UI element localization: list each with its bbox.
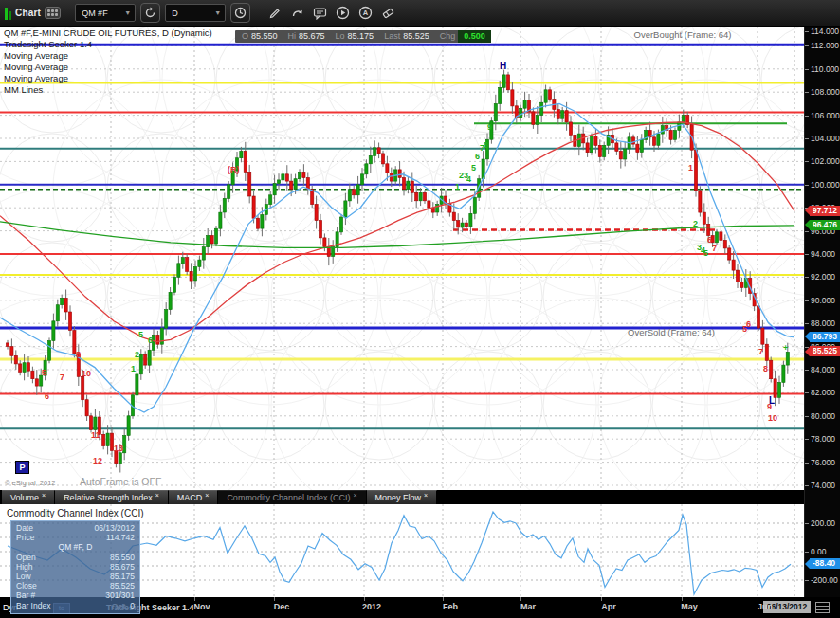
price-tick-mark [805, 116, 809, 117]
month-tick-mark [194, 597, 195, 601]
interval-select[interactable]: D ▼ [165, 4, 226, 22]
price-tick-mark [805, 277, 809, 278]
price-tick-mark [805, 416, 809, 417]
ma-blue [0, 103, 794, 412]
legend-row-4: Moving Average [4, 73, 212, 84]
svg-text:6: 6 [45, 391, 49, 401]
month-label-mar: Mar [512, 602, 544, 611]
draw-tool-button[interactable] [265, 4, 283, 22]
symbol-refresh-button[interactable] [140, 3, 160, 23]
quote-segment-last: Last85.525 [377, 30, 433, 43]
databox-label: Open [16, 553, 36, 562]
tab-label: Relative Strength Index [64, 493, 153, 502]
svg-text:8: 8 [76, 350, 81, 359]
eraser-icon [381, 7, 395, 20]
tab-close-icon[interactable]: × [155, 492, 159, 499]
redo-tool-button[interactable] [288, 4, 306, 22]
databox-value: 0 [130, 601, 135, 610]
tab-close-icon[interactable]: × [353, 492, 356, 499]
quote-window-button[interactable] [311, 4, 329, 22]
eraser-button[interactable] [379, 4, 397, 22]
cci-tick-label: -200.00 [811, 575, 838, 585]
month-tick-mark [758, 597, 758, 601]
svg-text:10: 10 [768, 413, 777, 423]
autoframe-status: AutoFrame is OFF [80, 476, 161, 487]
quote-summary-bar: O85.550Hi85.675Lo85.175Last85.525Chg0.50… [235, 30, 491, 43]
svg-text:1: 1 [455, 182, 460, 191]
price-badge-86.793: 86.793 [805, 332, 840, 342]
svg-text:1: 1 [688, 163, 693, 173]
svg-text:5: 5 [703, 248, 708, 258]
svg-text:6: 6 [746, 319, 751, 329]
price-tick-mark [805, 323, 809, 324]
quote-value: 85.175 [348, 30, 378, 43]
main-price-chart[interactable]: 5678101112131256(R)123456789H12345675678… [0, 27, 804, 490]
autotrade-button[interactable]: A [356, 4, 374, 22]
price-tick-mark [805, 370, 809, 371]
toolbar: Chart QM #F ▼ D ▼ [0, 0, 840, 27]
tab-relative-strength-index[interactable]: Relative Strength Index× [55, 490, 169, 504]
quote-segment-chg: Chg0.500 [433, 30, 491, 43]
legend-row-2: Moving Average [4, 50, 212, 62]
refresh-icon [144, 7, 156, 19]
quote-label: Chg [433, 30, 459, 43]
pencil-icon [268, 7, 282, 20]
price-tick-label: 80.000 [811, 411, 835, 421]
tab-close-icon[interactable]: × [42, 492, 46, 499]
databox-label: Bar # [16, 591, 35, 600]
month-tick-mark [274, 597, 275, 601]
tab-close-icon[interactable]: × [205, 492, 209, 499]
price-tick-label: 76.000 [811, 458, 835, 467]
calendar-corner-icon[interactable] [815, 602, 830, 613]
candlestick-plot[interactable]: 5678101112131256(R)123456789H12345675678… [0, 27, 804, 490]
data-window-tooltip: Date06/13/2012Price114.742QM #F, DOpen85… [10, 520, 140, 614]
price-badge-85.525: 85.525 [805, 346, 840, 356]
tab-close-icon[interactable]: × [424, 492, 428, 499]
databox-value: 85.550 [110, 553, 135, 562]
cci-tick-mark [805, 552, 809, 553]
quote-value: 85.550 [251, 30, 282, 43]
chart-grid-badge-icon[interactable] [45, 7, 61, 19]
databox-row: High85.675 [16, 562, 135, 572]
price-tick-mark [805, 231, 809, 232]
replay-button[interactable] [334, 4, 352, 22]
tab-label: Money Flow [375, 493, 422, 502]
tab-money-flow[interactable]: Money Flow× [367, 490, 438, 504]
price-badge-96.476: 96.476 [805, 220, 840, 230]
tab-macd[interactable]: MACD× [169, 490, 219, 504]
tab-label: MACD [177, 493, 203, 502]
price-badge-97.712: 97.712 [805, 206, 840, 216]
price-axis[interactable]: 74.00076.00078.00080.00082.00084.00086.0… [804, 27, 840, 618]
databox-symbol: QM #F, D [16, 542, 135, 552]
price-tick-mark [805, 69, 809, 70]
svg-text:(R): (R) [228, 165, 240, 174]
databox-label: Low [16, 572, 31, 581]
price-tick-mark [805, 185, 809, 186]
svg-text:11: 11 [91, 430, 100, 440]
price-tick-label: 104.000 [811, 134, 840, 143]
month-tick-mark [601, 597, 602, 601]
tab-volume[interactable]: Volume× [2, 490, 55, 504]
page-badge[interactable]: P [15, 461, 29, 474]
databox-row: Bar #301/301 [16, 591, 135, 600]
quote-value: 85.525 [403, 30, 433, 43]
chart-app-icon [5, 7, 11, 20]
time-template-button[interactable] [230, 3, 250, 23]
svg-text:2: 2 [693, 219, 698, 228]
month-tick-mark [682, 597, 683, 601]
month-label-2012: 2012 [356, 602, 388, 611]
price-tick-mark [805, 138, 809, 139]
databox-row: Bar Index0 [16, 601, 135, 610]
symbol-select[interactable]: QM #F ▼ [75, 4, 136, 22]
tab-commodity-channel-index-cci-[interactable]: Commodity Channel Index (CCI)× [218, 490, 366, 504]
copyright-label: © eSignal, 2012 [5, 479, 55, 487]
svg-text:13: 13 [114, 444, 123, 453]
month-tick-mark [364, 597, 365, 601]
svg-text:5: 5 [471, 163, 476, 173]
quote-segment-o: O85.550 [235, 30, 282, 43]
price-tick-mark [805, 254, 809, 255]
cci-value-badge: -88.40 [805, 558, 840, 569]
svg-text:7: 7 [712, 244, 717, 253]
svg-text:6: 6 [475, 152, 480, 161]
price-tick-label: 88.000 [811, 318, 835, 328]
